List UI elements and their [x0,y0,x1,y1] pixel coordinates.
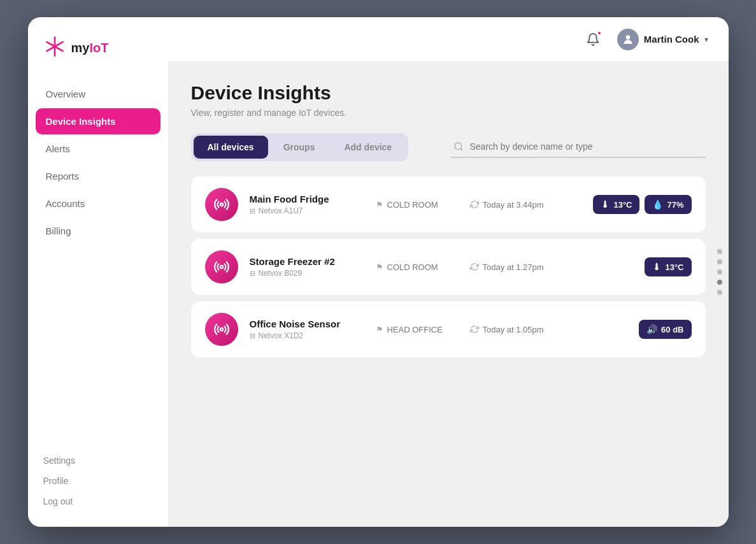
thermometer-icon: 🌡 [601,199,610,210]
table-row[interactable]: Main Food Fridge Netvox A1U7 ⚑ COLD ROOM [191,176,706,233]
device-location: ⚑ HEAD OFFICE [376,325,459,334]
user-name: Martin Cook [644,34,699,45]
tab-add-device[interactable]: Add device [330,136,406,159]
logo-text: myIoT [71,41,109,55]
device-last-sync: Today at 1.27pm [470,262,572,272]
user-profile[interactable]: Martin Cook ▾ [617,29,708,50]
device-info: Storage Freezer #2 Netvox B029 [250,256,364,278]
location-flag-icon: ⚑ [376,200,383,210]
table-row[interactable]: Storage Freezer #2 Netvox B029 ⚑ COLD RO… [191,239,706,295]
device-list: Main Food Fridge Netvox A1U7 ⚑ COLD ROOM [191,176,706,357]
device-last-sync: Today at 3.44pm [470,200,572,210]
sidebar-item-accounts[interactable]: Accounts [36,190,160,217]
scroll-indicator [717,249,722,295]
device-metrics: 🔊 60 dB [639,320,691,339]
logo: myIoT [28,17,168,81]
scroll-dot [717,249,722,254]
svg-point-11 [220,266,222,268]
device-name: Storage Freezer #2 [250,256,364,267]
search-input[interactable] [470,141,703,152]
device-name: Main Food Fridge [250,194,364,204]
device-model: Netvox B029 [250,269,364,278]
device-icon [205,313,238,346]
device-location: ⚑ COLD ROOM [376,200,459,210]
device-model: Netvox A1U7 [250,206,364,215]
sidebar: myIoT Overview Device Insights Alerts Re… [28,17,168,527]
sidebar-nav: Overview Device Insights Alerts Reports … [28,81,168,443]
content-area: Device Insights View, register and manag… [168,62,729,527]
tab-groups[interactable]: Groups [269,136,329,159]
chevron-down-icon: ▾ [704,35,708,44]
speaker-icon: 🔊 [646,324,657,334]
page-title: Device Insights [191,82,706,104]
svg-point-6 [53,45,56,48]
scroll-dot [717,280,722,285]
metric-temperature: 🌡 13°C [593,195,639,214]
svg-line-9 [460,148,462,150]
sync-icon [470,325,479,334]
sidebar-item-reports[interactable]: Reports [36,163,160,189]
device-info: Main Food Fridge Netvox A1U7 [250,194,364,215]
device-icon [205,250,238,283]
metric-temperature: 🌡 13°C [645,257,691,276]
scroll-dot [717,290,722,295]
device-model: Netvox X1D2 [250,331,364,340]
scroll-dot [717,259,722,264]
sidebar-item-overview[interactable]: Overview [36,81,160,107]
sidebar-item-billing[interactable]: Billing [36,218,160,244]
tabs-search-row: All devices Groups Add device [191,133,706,161]
sidebar-item-logout[interactable]: Log out [43,494,153,509]
thermometer-icon: 🌡 [652,262,661,272]
sidebar-item-device-insights[interactable]: Device Insights [36,108,160,134]
svg-point-7 [625,35,630,39]
device-metrics: 🌡 13°C 💧 77% [593,195,691,214]
tabs-container: All devices Groups Add device [191,133,409,161]
sidebar-item-alerts[interactable]: Alerts [36,136,160,162]
search-icon [453,141,464,152]
search-box [451,136,706,158]
metric-sound: 🔊 60 dB [639,320,691,339]
device-location: ⚑ COLD ROOM [376,262,459,272]
notification-button[interactable] [581,28,604,51]
notification-dot [597,31,602,36]
page-subtitle: View, register and manage IoT devices. [191,108,706,118]
sidebar-item-profile[interactable]: Profile [43,473,153,489]
svg-point-10 [220,203,222,206]
device-name: Office Noise Sensor [250,319,364,329]
device-info: Office Noise Sensor Netvox X1D2 [250,319,364,340]
sidebar-bottom: Settings Profile Log out [28,443,168,527]
sidebar-item-settings[interactable]: Settings [43,453,153,468]
table-row[interactable]: Office Noise Sensor Netvox X1D2 ⚑ HEAD O… [191,301,706,357]
avatar [617,29,639,50]
header-right: Martin Cook ▾ [581,28,708,51]
location-flag-icon: ⚑ [376,325,383,334]
header: Martin Cook ▾ [168,17,729,62]
logo-icon [43,35,66,61]
scroll-dot [717,269,722,275]
location-flag-icon: ⚑ [376,262,383,272]
sync-icon [470,200,479,209]
main-content: Martin Cook ▾ Device Insights View, regi… [168,17,729,527]
device-icon [205,188,238,221]
sync-icon [470,262,479,271]
svg-point-12 [220,328,222,331]
device-last-sync: Today at 1.05pm [470,325,572,334]
metric-humidity: 💧 77% [645,195,691,214]
tab-all-devices[interactable]: All devices [194,136,268,159]
device-metrics: 🌡 13°C [645,257,691,276]
droplet-icon: 💧 [652,199,663,210]
